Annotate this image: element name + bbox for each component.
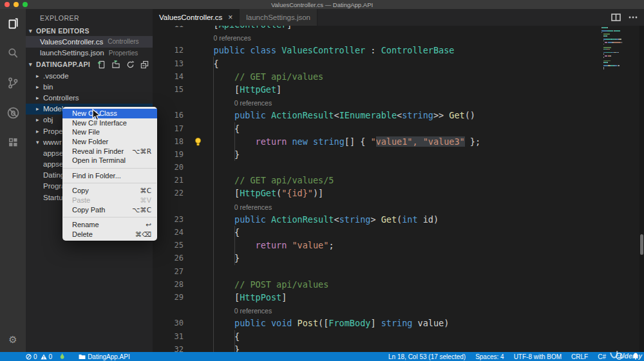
encoding-setting[interactable]: UTF-8 with BOM: [514, 353, 562, 360]
code-line[interactable]: 25 return "value";: [153, 239, 644, 252]
indentation-setting[interactable]: Spaces: 4: [475, 353, 504, 360]
code-line[interactable]: 32 }: [153, 343, 644, 352]
eol-setting[interactable]: CRLF: [571, 353, 588, 360]
code-line[interactable]: 18 return new string[] { "value1", "valu…: [153, 135, 644, 148]
new-file-icon[interactable]: [97, 60, 106, 69]
code-line[interactable]: 28 // POST api/values: [153, 278, 644, 291]
tab-launchsettings[interactable]: launchSettings.json: [240, 9, 317, 26]
code-line[interactable]: 22 [HttpGet("{id}")]: [153, 187, 644, 199]
code-line[interactable]: 16 public ActionResult<IEnumerable<strin…: [153, 109, 644, 122]
close-icon[interactable]: ×: [228, 13, 232, 22]
minimize-window-button[interactable]: [14, 2, 19, 7]
tab-label: ValuesController.cs: [159, 14, 222, 21]
code-line[interactable]: 23 public ActionResult<string> Get(int i…: [153, 213, 644, 226]
line-number: 24: [153, 226, 184, 239]
status-bar: 0 0 DatingApp.API Ln 18, Col 53 (17 sele…: [0, 352, 644, 361]
menu-item-new-folder[interactable]: New Folder: [62, 137, 157, 147]
code-line[interactable]: 30 public void Post([FromBody] string va…: [153, 317, 644, 329]
settings-gear-icon[interactable]: ⚙: [0, 329, 26, 351]
code-line[interactable]: 24 {: [153, 226, 644, 239]
udemy-watermark: Udemy: [609, 351, 642, 360]
files-icon[interactable]: [0, 9, 26, 39]
extensions-icon[interactable]: [0, 127, 26, 157]
source-control-icon[interactable]: [0, 68, 26, 98]
minimap[interactable]: [600, 27, 638, 70]
cursor-position[interactable]: Ln 18, Col 53 (17 selected): [388, 353, 466, 360]
editor-scrollbar-track: [639, 26, 644, 352]
line-number: 23: [153, 213, 184, 226]
open-editors-header[interactable]: ▾ OPEN EDITORS: [26, 26, 153, 36]
code-line[interactable]: 31 {: [153, 330, 644, 343]
warning-icon: [41, 354, 47, 360]
debug-icon[interactable]: [0, 98, 26, 127]
line-number: 32: [153, 343, 184, 352]
code-line[interactable]: 27: [153, 265, 644, 278]
split-editor-icon[interactable]: [611, 14, 621, 21]
code-line[interactable]: 13 {: [153, 57, 644, 70]
code-lines: 11 [ApiController]0 references12 public …: [153, 26, 644, 352]
project-section-header[interactable]: ▾ DATINGAPP.API: [26, 59, 153, 70]
more-actions-icon[interactable]: [629, 16, 638, 19]
search-icon[interactable]: [0, 39, 26, 68]
menu-item-new-c-class[interactable]: New C# Class: [62, 109, 157, 118]
refresh-icon[interactable]: [126, 60, 135, 69]
menu-item-reveal-in-finder[interactable]: Reveal in Finder⌥⌘R: [62, 146, 157, 156]
editor-scrollbar-handle[interactable]: [640, 234, 643, 255]
open-editors-list: ValuesController.csControllerslaunchSett…: [26, 36, 153, 59]
code-line[interactable]: 21 // GET api/values/5: [153, 174, 644, 187]
traffic-lights: [5, 2, 28, 7]
code-editor[interactable]: 11 [ApiController]0 references12 public …: [153, 26, 644, 352]
errors-indicator[interactable]: 0: [26, 353, 37, 360]
flame-icon[interactable]: [59, 353, 65, 361]
open-editor-item[interactable]: ValuesController.csControllers: [26, 36, 153, 48]
activity-bar: ⚙: [0, 9, 26, 352]
code-line[interactable]: 26 }: [153, 252, 644, 264]
line-number: 15: [153, 83, 184, 96]
open-editor-item[interactable]: launchSettings.jsonProperties: [26, 48, 153, 59]
title-bar[interactable]: ValuesController.cs — DatingApp.API: [0, 0, 644, 9]
menu-item-new-file[interactable]: New File: [62, 127, 157, 137]
code-line[interactable]: 12 public class ValuesController : Contr…: [153, 44, 644, 57]
tree-item-vscode[interactable]: ▸.vscode: [26, 70, 153, 81]
chevron-right-icon: ▸: [36, 95, 43, 101]
line-number: 29: [153, 291, 184, 304]
codelens-row[interactable]: 0 references: [153, 200, 644, 213]
tab-valuescontroller[interactable]: ValuesController.cs ×: [153, 9, 240, 26]
menu-item-delete[interactable]: Delete⌘⌫: [62, 230, 157, 239]
zoom-window-button[interactable]: [23, 2, 28, 7]
chevron-right-icon: ▸: [36, 116, 43, 123]
menu-item-find-in-folder-[interactable]: Find in Folder...: [62, 171, 157, 181]
chevron-right-icon: ▸: [36, 106, 43, 112]
menu-item-copy-path[interactable]: Copy Path⌥⌘C: [62, 205, 157, 214]
line-number: 30: [153, 317, 184, 329]
menu-item-rename[interactable]: Rename↩: [62, 220, 157, 230]
tree-item-controllers[interactable]: ▸Controllers: [26, 92, 153, 103]
tree-item-bin[interactable]: ▸bin: [26, 81, 153, 92]
lightbulb-icon[interactable]: [194, 137, 202, 149]
code-line[interactable]: 15 [HttpGet]: [153, 83, 644, 96]
code-line[interactable]: 20: [153, 161, 644, 174]
new-folder-icon[interactable]: [111, 60, 120, 69]
menu-item-copy[interactable]: Copy⌘C: [62, 186, 157, 196]
menu-item-open-in-terminal[interactable]: Open in Terminal: [62, 156, 157, 165]
codelens-row[interactable]: 0 references: [153, 31, 644, 44]
code-line[interactable]: 19 }: [153, 148, 644, 161]
line-number: 28: [153, 278, 184, 291]
language-mode[interactable]: C#: [598, 353, 606, 360]
code-line[interactable]: 11 [ApiController]: [153, 26, 644, 31]
code-line[interactable]: 14 // GET api/values: [153, 70, 644, 83]
window-title: ValuesController.cs — DatingApp.API: [0, 1, 644, 8]
project-status-item[interactable]: DatingApp.API: [79, 353, 130, 360]
warnings-indicator[interactable]: 0: [41, 353, 53, 360]
vscode-window: ValuesController.cs — DatingApp.API: [0, 0, 644, 361]
collapse-all-icon[interactable]: [140, 60, 149, 69]
codelens-row[interactable]: 0 references: [153, 96, 644, 109]
code-line[interactable]: 17 {: [153, 122, 644, 135]
menu-item-new-c-interface[interactable]: New C# Interface: [62, 118, 157, 128]
close-window-button[interactable]: [5, 2, 10, 7]
menu-item-paste: Paste⌘V: [62, 196, 157, 205]
line-number: 26: [153, 252, 184, 264]
code-line[interactable]: 29 [HttpPost]: [153, 291, 644, 304]
chevron-down-icon: ▾: [29, 61, 36, 68]
codelens-row[interactable]: 0 references: [153, 304, 644, 317]
